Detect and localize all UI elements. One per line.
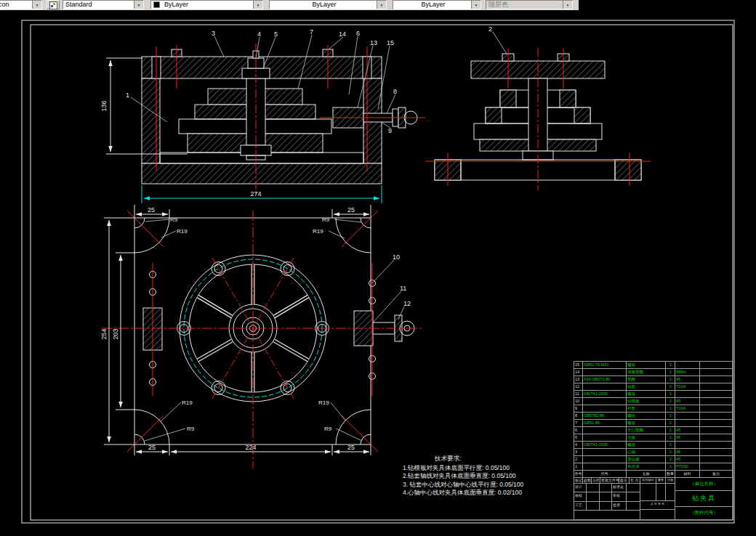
callout-4: 4: [257, 31, 261, 38]
radius-tl-small: R9: [170, 216, 178, 223]
bom-row: 14 弹簧垫圈 1 65Mn: [574, 368, 733, 375]
radius-bl-large: R19: [182, 399, 193, 406]
bom-row: 10 钻模板 1 45: [574, 397, 733, 405]
callout-9: 9: [388, 127, 392, 134]
dim-136: 136: [100, 100, 108, 111]
text-style-value: Standard: [63, 1, 134, 9]
dim-274: 274: [250, 190, 261, 198]
parts-list-rows: 15 GB52-76 M10 螺母 1 14 弹簧垫圈 1 65Mn 13 A1…: [574, 361, 733, 470]
bom-row: 8 GB5782-86 螺栓 1: [574, 412, 733, 419]
radius-tr-small: R9: [322, 216, 330, 223]
radius-br-large: R19: [318, 399, 329, 406]
bom-row: 5 压板 1 45: [574, 434, 733, 441]
tech-req-line: 1.钻模板对夹具体底面平行度: 0.05/100: [403, 464, 592, 473]
object-properties-toolbar: con ▼ Standard ▼ ByLayer ▼ ByLayer ▼ ByL…: [0, 0, 756, 10]
tech-req-line: 4.心轴中心线对夹具体底面垂直度: 0.02/100: [403, 489, 592, 498]
bom-row: 15 GB52-76 M10 螺母 1: [574, 361, 733, 368]
color-swatch: [153, 1, 160, 8]
title-block-signatures: 标记 处数 分区 更改文件号 签名 年.月.日 设计 标准化 校核 审核: [574, 477, 640, 520]
lineweight-value: ByLayer: [393, 1, 471, 9]
linetype-combo[interactable]: ByLayer ▼: [269, 0, 387, 9]
side-callout: 2: [488, 25, 507, 54]
unit-name: （单位名称）: [675, 477, 733, 491]
dim-25-bottom-left: 25: [148, 444, 156, 451]
text-style-combo[interactable]: Standard ▼: [63, 0, 144, 9]
dim-25-bottom-right: 25: [347, 444, 355, 451]
drawing-code: （图样代号）: [675, 507, 733, 520]
dim-203: 203: [112, 328, 119, 339]
plotstyle-value: 随层色: [486, 1, 563, 9]
callout-15: 15: [387, 39, 394, 46]
callout-8: 8: [393, 88, 397, 95]
tech-req-line: 2.钻套轴线对夹具体底面垂直度: 0.05/100: [403, 472, 592, 481]
technical-requirements: 技术要求: 1.钻模板对夹具体底面平行度: 0.05/100 2.钻套轴线对夹具…: [403, 455, 592, 498]
color-value: ByLayer: [162, 1, 253, 9]
callout-5: 5: [274, 31, 278, 38]
bom-row: 4 GB/T41-2000 螺母 1: [574, 441, 733, 448]
dim-25-top-right: 25: [347, 206, 355, 214]
callout-2: 2: [488, 25, 492, 33]
lineweight-combo[interactable]: ByLayer ▼: [393, 0, 481, 9]
bom-row: 9 衬套 1 T10A: [574, 405, 733, 412]
callout-14: 14: [339, 31, 346, 38]
layer-properties-icon[interactable]: [47, 0, 60, 9]
dim-254: 254: [100, 328, 108, 339]
bom-header: 序号 代号 名称 数量 材料 备注: [574, 470, 733, 477]
chevron-down-icon: ▼: [563, 1, 572, 9]
tech-req-title: 技术要求:: [435, 455, 592, 463]
layer-combo-value: con: [0, 1, 32, 9]
title-block-names: （单位名称） 钻夹具 （图样代号）: [675, 477, 733, 520]
bom-row: 7 GB52-86 螺母 2: [574, 419, 733, 426]
color-combo[interactable]: ByLayer ▼: [150, 0, 263, 9]
layer-combo[interactable]: con ▼: [0, 0, 42, 9]
callout-10: 10: [393, 253, 400, 261]
bom-row: 1 夹具体 1 HT200: [574, 463, 733, 470]
chevron-down-icon[interactable]: ▼: [134, 1, 143, 9]
toolbar-gap: [579, 0, 756, 10]
callout-12: 12: [403, 300, 411, 307]
model-space-canvas[interactable]: 1 3 4 5 7 14 6 13 15 8 9 274 136: [0, 10, 756, 536]
front-section-view: [142, 49, 417, 184]
title-block-meta: 阶段标记 重量 比例 共 张 第 张: [640, 477, 675, 520]
radius-tr-large: R19: [313, 228, 323, 235]
bom-row: 13 A10 GB272-80 垫圈 1 45: [574, 375, 733, 383]
callout-1: 1: [126, 92, 129, 99]
radius-bl-small: R9: [187, 426, 195, 432]
radius-br-small: R9: [324, 426, 332, 432]
tech-req-line: 3. 钻套中心线对心轴中心线平行度: 0.05/100: [403, 481, 592, 490]
callout-6: 6: [356, 30, 360, 37]
chevron-down-icon[interactable]: ▼: [32, 1, 41, 9]
callout-3: 3: [212, 30, 215, 37]
callout-7: 7: [310, 28, 313, 36]
sheet-count: 共 张 第 张: [640, 501, 675, 510]
dim-224-bottom: 224: [245, 444, 256, 451]
chevron-down-icon[interactable]: ▼: [253, 1, 262, 9]
radius-tl-large: R19: [177, 228, 188, 235]
bom-row: 3 心轴 1 45: [574, 448, 733, 455]
bom-row: 2 定位键 2 45: [574, 455, 733, 463]
callout-11: 11: [400, 285, 406, 292]
bom-row: 6 开口垫圈 1 45: [574, 426, 733, 434]
chevron-down-icon[interactable]: ▼: [471, 1, 480, 9]
plotstyle-combo: 随层色 ▼: [486, 0, 573, 9]
front-dim-274: [142, 185, 382, 203]
title-block: 标记 处数 分区 更改文件号 签名 年.月.日 设计 标准化 校核 审核: [574, 477, 733, 520]
bom-row: 12 钻套 1 T10A: [574, 383, 733, 390]
callout-13: 13: [370, 39, 377, 46]
drawing-title: 钻夹具: [675, 491, 733, 507]
parts-list: 15 GB52-76 M10 螺母 1 14 弹簧垫圈 1 65Mn 13 A1…: [574, 361, 733, 478]
linetype-value: ByLayer: [270, 1, 377, 9]
chevron-down-icon[interactable]: ▼: [377, 1, 386, 9]
dim-25-top-left: 25: [148, 206, 155, 214]
bom-row: 11 GB/T41-2000 螺母 1: [574, 390, 733, 397]
